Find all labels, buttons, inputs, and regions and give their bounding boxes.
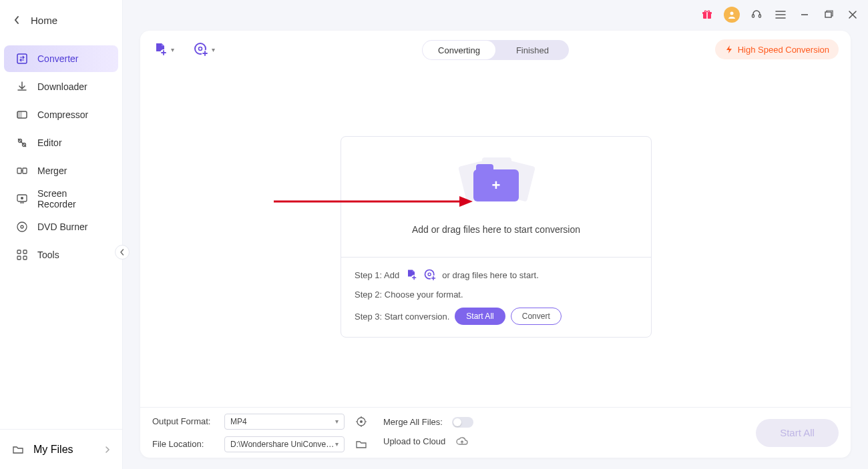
output-format-value: MP4 <box>230 417 247 426</box>
svg-rect-11 <box>17 250 21 254</box>
svg-rect-0 <box>17 54 27 63</box>
screen-recorder-icon <box>16 193 28 205</box>
chevron-left-icon <box>120 249 125 256</box>
sidebar-item-label: Compressor <box>37 109 88 120</box>
file-location-select[interactable]: D:\Wondershare UniConverter ▾ <box>224 436 345 452</box>
dropzone-card: + Add or drag files here to start conver… <box>341 136 652 338</box>
step3-text: Step 3: Start conversion. <box>355 312 449 322</box>
dropzone-prompt: Add or drag files here to start conversi… <box>412 224 580 235</box>
chevron-down-icon: ▾ <box>212 46 215 53</box>
maximize-button[interactable] <box>821 7 836 22</box>
sidebar-item-label: Converter <box>37 53 78 64</box>
add-folder-icon: + <box>473 169 519 201</box>
tab-label: Finished <box>516 45 549 55</box>
sidebar-item-label: Screen Recorder <box>37 188 106 209</box>
high-speed-label: High Speed Conversion <box>738 45 829 55</box>
sidebar-item-compressor[interactable]: Compressor <box>4 101 118 128</box>
folder-icon <box>12 444 24 456</box>
gift-icon[interactable] <box>700 7 714 22</box>
lightning-icon <box>724 45 734 54</box>
add-file-icon <box>152 41 168 57</box>
folder-illustration: + <box>453 159 539 212</box>
svg-point-9 <box>17 222 27 231</box>
sidebar-item-editor[interactable]: Editor <box>4 129 118 156</box>
my-files-button[interactable]: My Files <box>0 429 122 469</box>
chevron-down-icon: ▾ <box>171 46 174 53</box>
editor-icon <box>16 137 28 149</box>
svg-rect-21 <box>825 12 831 17</box>
steps-area: Step 1: Add or drag files here to start.… <box>341 257 651 337</box>
file-location-value: D:\Wondershare UniConverter <box>230 440 335 449</box>
my-files-label: My Files <box>33 444 73 456</box>
chevron-right-icon <box>105 446 110 454</box>
start-all-main-button[interactable]: Start All <box>756 419 839 447</box>
status-tabs: Converting Finished <box>422 40 569 60</box>
add-file-button[interactable]: ▾ <box>152 41 174 57</box>
add-disc-icon <box>193 41 209 57</box>
svg-point-28 <box>428 273 431 276</box>
sidebar-item-converter[interactable]: Converter <box>4 45 118 72</box>
svg-rect-17 <box>706 12 708 19</box>
svg-rect-5 <box>17 168 21 173</box>
convert-button[interactable]: Convert <box>511 308 562 325</box>
home-back[interactable]: Home <box>0 0 122 40</box>
titlebar <box>123 0 868 29</box>
sidebar-item-label: Merger <box>37 165 67 176</box>
svg-rect-12 <box>23 250 27 254</box>
step-2: Step 2: Choose your format. <box>355 290 638 300</box>
menu-icon[interactable] <box>773 7 788 22</box>
tab-converting[interactable]: Converting <box>423 41 495 59</box>
sidebar-item-label: Tools <box>37 250 59 260</box>
downloader-icon <box>16 81 28 93</box>
step-1: Step 1: Add or drag files here to start. <box>355 268 638 282</box>
chevron-down-icon: ▾ <box>335 440 339 448</box>
sidebar-item-label: Downloader <box>37 81 87 92</box>
svg-point-24 <box>199 47 202 51</box>
add-disc-icon <box>423 268 437 282</box>
sidebar: Home Converter Downloader Compressor Edi… <box>0 0 123 469</box>
svg-rect-13 <box>17 256 21 260</box>
start-all-button[interactable]: Start All <box>455 308 505 325</box>
upload-cloud-label: Upload to Cloud <box>383 436 445 446</box>
high-speed-conversion-button[interactable]: High Speed Conversion <box>715 39 839 59</box>
merge-all-label: Merge All Files: <box>383 417 443 427</box>
sidebar-item-tools[interactable]: Tools <box>4 242 118 268</box>
minimize-button[interactable] <box>797 7 812 22</box>
tab-finished[interactable]: Finished <box>496 41 569 59</box>
tab-label: Converting <box>438 45 480 55</box>
main-area: ▾ ▾ Converting Finished High Speed Conve… <box>123 0 868 469</box>
merge-all-toggle[interactable] <box>452 417 473 428</box>
support-icon[interactable] <box>749 7 764 22</box>
user-icon <box>727 10 736 19</box>
svg-rect-14 <box>23 256 27 260</box>
svg-rect-2 <box>17 111 22 118</box>
add-disc-button[interactable]: ▾ <box>193 41 215 57</box>
dvd-burner-icon <box>16 221 28 233</box>
sidebar-item-downloader[interactable]: Downloader <box>4 73 118 100</box>
step2-text: Step 2: Choose your format. <box>355 290 463 300</box>
panel-toolbar: ▾ ▾ Converting Finished High Speed Conve… <box>140 31 851 68</box>
svg-point-33 <box>360 420 363 423</box>
svg-point-8 <box>21 197 23 199</box>
start-all-main-label: Start All <box>780 427 815 438</box>
home-label: Home <box>31 15 57 26</box>
converter-icon <box>16 53 28 65</box>
sidebar-item-dvd-burner[interactable]: DVD Burner <box>4 213 118 240</box>
sidebar-collapse-button[interactable] <box>115 245 130 260</box>
cloud-upload-icon[interactable] <box>455 434 469 449</box>
close-button[interactable] <box>845 7 860 22</box>
converter-panel: ▾ ▾ Converting Finished High Speed Conve… <box>140 31 851 458</box>
output-format-select[interactable]: MP4 ▾ <box>224 414 345 430</box>
sidebar-item-merger[interactable]: Merger <box>4 157 118 184</box>
svg-rect-20 <box>759 15 761 17</box>
svg-point-10 <box>21 225 23 228</box>
open-folder-icon[interactable] <box>354 437 369 452</box>
sidebar-item-screen-recorder[interactable]: Screen Recorder <box>4 185 118 212</box>
user-avatar[interactable] <box>724 7 740 23</box>
step1-text-b: or drag files here to start. <box>442 270 539 280</box>
output-settings-icon[interactable] <box>354 414 369 429</box>
sidebar-item-label: DVD Burner <box>37 221 87 232</box>
step1-text-a: Step 1: Add <box>355 270 399 280</box>
compressor-icon <box>16 109 28 121</box>
drop-target[interactable]: + Add or drag files here to start conver… <box>341 137 651 257</box>
